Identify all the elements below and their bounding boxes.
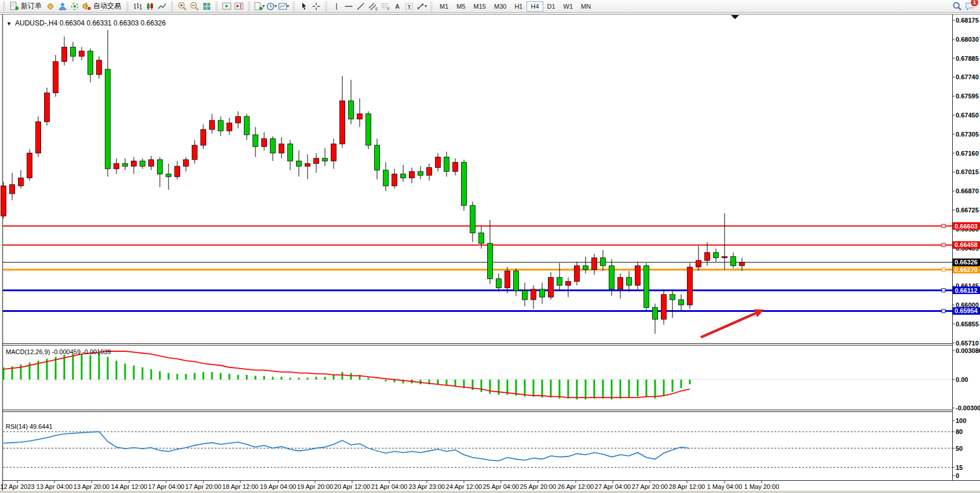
- toolbar-separator: [126, 2, 129, 11]
- arrows-dropdown[interactable]: ▾: [415, 1, 427, 12]
- community-button[interactable]: [56, 1, 68, 12]
- line-handle-0.66270[interactable]: [942, 268, 945, 271]
- date-label: 14 Apr 12:00: [111, 483, 147, 490]
- candle-body-bull: [575, 266, 580, 281]
- candle-body-bear: [383, 170, 389, 186]
- candle-body-bull: [340, 101, 345, 144]
- cursor-button[interactable]: [298, 1, 310, 12]
- notifications-button[interactable]: 1: [963, 1, 975, 12]
- line-handle-0.65954[interactable]: [942, 309, 945, 312]
- equidistant-channel-button[interactable]: E: [367, 1, 379, 12]
- new-order-label[interactable]: 新订单: [20, 1, 44, 11]
- zoom-out-button[interactable]: [188, 1, 200, 12]
- timeframe-button-H4[interactable]: H4: [526, 1, 543, 12]
- candle-body-bear: [557, 278, 562, 286]
- candle-body-bull: [210, 120, 215, 130]
- rsi-line: [3, 432, 690, 461]
- timeframe-button-D1[interactable]: D1: [543, 1, 560, 12]
- new-order-button[interactable]: [8, 1, 20, 12]
- price-tick-label: 0.67885: [956, 55, 979, 62]
- timeframe-button-W1[interactable]: W1: [560, 1, 577, 12]
- rsi-tick-label: 50: [956, 445, 963, 452]
- candle-body-bear: [71, 47, 76, 56]
- candle-body-bear: [444, 157, 449, 171]
- line-chart-button[interactable]: [156, 1, 168, 12]
- text-icon: A: [393, 2, 401, 11]
- text-label-button[interactable]: T: [403, 1, 415, 12]
- candle-body-bull: [36, 122, 41, 153]
- candle-body-bull: [436, 157, 441, 167]
- candle-body-bull: [453, 162, 458, 171]
- chart-shift-button[interactable]: [233, 1, 245, 12]
- macd-tick-label: 0.00: [956, 376, 968, 383]
- candle-body-bear: [601, 258, 606, 266]
- line-handle-0.66458[interactable]: [942, 243, 945, 246]
- period-clock-dropdown[interactable]: ▾: [265, 1, 277, 12]
- timeframe-button-M5[interactable]: M5: [452, 1, 469, 12]
- price-tick-label: 0.67015: [956, 168, 979, 175]
- candle-body-bear: [218, 120, 224, 131]
- template-dropdown[interactable]: ▾: [277, 1, 290, 12]
- notification-count-badge[interactable]: 1: [970, 0, 979, 7]
- price-tick-label: 0.65855: [956, 321, 979, 328]
- candle-body-bull: [427, 167, 432, 175]
- candle-body-bear: [105, 69, 111, 169]
- search-button[interactable]: [951, 1, 963, 12]
- chart-menu-icon[interactable]: ▼: [6, 21, 12, 27]
- zoom-in-button[interactable]: [176, 1, 188, 12]
- new-chart-dropdown[interactable]: ▾: [253, 1, 265, 12]
- crosshair-button[interactable]: [310, 1, 322, 12]
- signals-icon: [70, 2, 79, 11]
- chevron-down-icon: ▾: [425, 3, 427, 9]
- line-handle-0.66603[interactable]: [942, 225, 945, 228]
- candle-body-bull: [305, 164, 310, 167]
- timeframe-button-MN[interactable]: MN: [577, 1, 595, 12]
- line-price-box-label: 0.66603: [955, 223, 978, 230]
- toolbar-group-drawing: E F A T: [329, 0, 429, 13]
- candle-body-bull: [592, 258, 597, 270]
- horizontal-line-button[interactable]: [342, 1, 354, 12]
- tile-windows-button[interactable]: [200, 1, 213, 12]
- toolbar-separator: [171, 2, 173, 11]
- timeframe-button-M30[interactable]: M30: [490, 1, 510, 12]
- toolbar-separator: [325, 2, 327, 11]
- candlestick-chart-button[interactable]: [144, 1, 156, 12]
- candle-body-bear: [627, 278, 632, 286]
- toolbar-group-new-objects: ▾ ▾ ▾: [252, 0, 291, 13]
- candle-body-bull: [131, 161, 137, 166]
- auto-scroll-button[interactable]: [221, 1, 233, 12]
- candle-body-bull: [505, 271, 510, 288]
- timeframe-button-H1[interactable]: H1: [510, 1, 526, 12]
- vertical-line-button[interactable]: [330, 1, 342, 12]
- macd-tick-label: 0.003086: [956, 347, 980, 354]
- line-handle-0.66112[interactable]: [942, 289, 945, 292]
- candle-body-bear: [244, 116, 250, 135]
- window-bottom-edge: [0, 491, 980, 493]
- community-icon: [58, 2, 67, 11]
- signals-button[interactable]: [68, 1, 81, 12]
- timeframe-button-M1[interactable]: M1: [436, 1, 452, 12]
- trendline-button[interactable]: [354, 1, 367, 12]
- bar-chart-button[interactable]: [131, 1, 144, 12]
- candle-body-bear: [670, 295, 675, 300]
- text-button[interactable]: A: [391, 1, 403, 12]
- candle-body-bear: [496, 279, 502, 288]
- toolbar-separator: [292, 2, 295, 11]
- shift-marker-icon[interactable]: [731, 15, 739, 19]
- vertical-line-icon: [332, 2, 341, 11]
- toolbar-drag-handle[interactable]: [3, 2, 5, 11]
- svg-text:A: A: [395, 2, 400, 9]
- timeframe-button-M15[interactable]: M15: [470, 1, 490, 12]
- date-label: 27 Apr 20:00: [632, 483, 668, 490]
- date-label: 26 Apr 12:00: [558, 483, 594, 490]
- autotrading-button[interactable]: [81, 1, 93, 12]
- candle-body-bear: [88, 51, 93, 75]
- fibonacci-button[interactable]: F: [379, 1, 391, 12]
- candle-body-bear: [140, 161, 145, 166]
- template-icon: [278, 2, 287, 11]
- metaeditor-button[interactable]: [44, 1, 56, 12]
- autotrading-label[interactable]: 自动交易: [93, 1, 123, 11]
- candle-body-bull: [392, 174, 397, 186]
- trend-arrow[interactable]: [701, 313, 755, 337]
- chart-area[interactable]: 0.681750.680300.678850.677400.675950.674…: [0, 13, 980, 493]
